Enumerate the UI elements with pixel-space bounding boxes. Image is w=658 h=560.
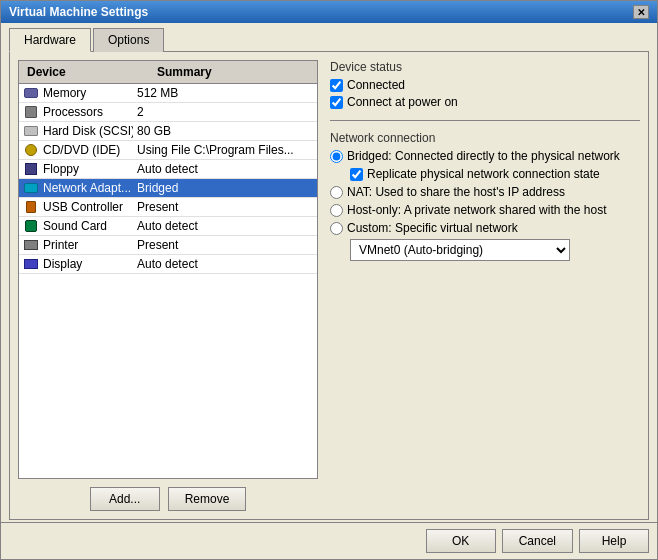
vmnet-dropdown-row: VMnet0 (Auto-bridging): [350, 239, 640, 261]
power-on-checkbox[interactable]: [330, 96, 343, 109]
bridged-label: Bridged: Connected directly to the physi…: [347, 149, 620, 163]
table-row[interactable]: Network Adapt... Bridged: [19, 179, 317, 198]
summary-printer: Present: [133, 238, 313, 252]
header-device: Device: [23, 63, 153, 81]
cpu-icon: [23, 104, 39, 120]
summary-cdrom: Using File C:\Program Files...: [133, 143, 313, 157]
network-icon: [23, 180, 39, 196]
left-buttons: Add... Remove: [18, 479, 318, 511]
table-row[interactable]: Memory 512 MB: [19, 84, 317, 103]
cdrom-icon: [23, 142, 39, 158]
vmnet-select[interactable]: VMnet0 (Auto-bridging): [350, 239, 570, 261]
custom-label: Custom: Specific virtual network: [347, 221, 518, 235]
printer-icon: [23, 237, 39, 253]
title-bar: Virtual Machine Settings ✕: [1, 1, 657, 23]
floppy-icon: [23, 161, 39, 177]
table-row[interactable]: Printer Present: [19, 236, 317, 255]
device-harddisk: Hard Disk (SCSI): [23, 123, 133, 139]
nat-label: NAT: Used to share the host's IP address: [347, 185, 565, 199]
device-table: Device Summary Memory 512 MB Proc: [18, 60, 318, 479]
summary-harddisk: 80 GB: [133, 124, 313, 138]
title-bar-buttons: ✕: [633, 5, 649, 19]
replicate-checkbox[interactable]: [350, 168, 363, 181]
cancel-button[interactable]: Cancel: [502, 529, 573, 553]
summary-soundcard: Auto detect: [133, 219, 313, 233]
summary-processors: 2: [133, 105, 313, 119]
device-printer: Printer: [23, 237, 133, 253]
content-area: Device Summary Memory 512 MB Proc: [9, 51, 649, 520]
device-soundcard: Sound Card: [23, 218, 133, 234]
summary-network: Bridged: [133, 181, 313, 195]
summary-display: Auto detect: [133, 257, 313, 271]
tabs-bar: Hardware Options: [1, 23, 657, 51]
help-button[interactable]: Help: [579, 529, 649, 553]
connected-checkbox[interactable]: [330, 79, 343, 92]
remove-button[interactable]: Remove: [168, 487, 247, 511]
tab-hardware[interactable]: Hardware: [9, 28, 91, 52]
connected-row: Connected: [330, 78, 640, 92]
connected-label: Connected: [347, 78, 405, 92]
device-network: Network Adapt...: [23, 180, 133, 196]
main-content: Device Summary Memory 512 MB Proc: [10, 52, 648, 519]
bridged-radio[interactable]: [330, 150, 343, 163]
tab-options[interactable]: Options: [93, 28, 164, 52]
disk-icon: [23, 123, 39, 139]
nat-radio[interactable]: [330, 186, 343, 199]
nat-row: NAT: Used to share the host's IP address: [330, 185, 640, 199]
table-header: Device Summary: [19, 61, 317, 84]
left-panel: Device Summary Memory 512 MB Proc: [18, 60, 318, 511]
window-title: Virtual Machine Settings: [9, 5, 148, 19]
hostonly-radio[interactable]: [330, 204, 343, 217]
device-usb: USB Controller: [23, 199, 133, 215]
device-status-section: Device status Connected Connect at power…: [330, 60, 640, 121]
table-row[interactable]: Processors 2: [19, 103, 317, 122]
sound-icon: [23, 218, 39, 234]
power-on-label: Connect at power on: [347, 95, 458, 109]
table-row[interactable]: Display Auto detect: [19, 255, 317, 274]
right-panel: Device status Connected Connect at power…: [330, 60, 640, 511]
summary-floppy: Auto detect: [133, 162, 313, 176]
close-button[interactable]: ✕: [633, 5, 649, 19]
network-section: Network connection Bridged: Connected di…: [330, 131, 640, 261]
device-display: Display: [23, 256, 133, 272]
replicate-label: Replicate physical network connection st…: [367, 167, 600, 181]
virtual-machine-settings-window: Virtual Machine Settings ✕ Hardware Opti…: [0, 0, 658, 560]
table-row[interactable]: Floppy Auto detect: [19, 160, 317, 179]
bottom-bar: OK Cancel Help: [1, 522, 657, 559]
custom-radio[interactable]: [330, 222, 343, 235]
bridged-row: Bridged: Connected directly to the physi…: [330, 149, 640, 163]
add-button[interactable]: Add...: [90, 487, 160, 511]
usb-icon: [23, 199, 39, 215]
table-row[interactable]: CD/DVD (IDE) Using File C:\Program Files…: [19, 141, 317, 160]
network-label: Network connection: [330, 131, 640, 145]
device-cdrom: CD/DVD (IDE): [23, 142, 133, 158]
device-floppy: Floppy: [23, 161, 133, 177]
table-row[interactable]: Hard Disk (SCSI) 80 GB: [19, 122, 317, 141]
summary-memory: 512 MB: [133, 86, 313, 100]
summary-usb: Present: [133, 200, 313, 214]
custom-row: Custom: Specific virtual network: [330, 221, 640, 235]
replicate-row: Replicate physical network connection st…: [350, 167, 640, 181]
header-summary: Summary: [153, 63, 313, 81]
hostonly-row: Host-only: A private network shared with…: [330, 203, 640, 217]
device-memory: Memory: [23, 85, 133, 101]
table-row[interactable]: Sound Card Auto detect: [19, 217, 317, 236]
memory-icon: [23, 85, 39, 101]
device-status-label: Device status: [330, 60, 640, 74]
ok-button[interactable]: OK: [426, 529, 496, 553]
power-on-row: Connect at power on: [330, 95, 640, 109]
table-row[interactable]: USB Controller Present: [19, 198, 317, 217]
display-icon: [23, 256, 39, 272]
hostonly-label: Host-only: A private network shared with…: [347, 203, 606, 217]
device-processors: Processors: [23, 104, 133, 120]
